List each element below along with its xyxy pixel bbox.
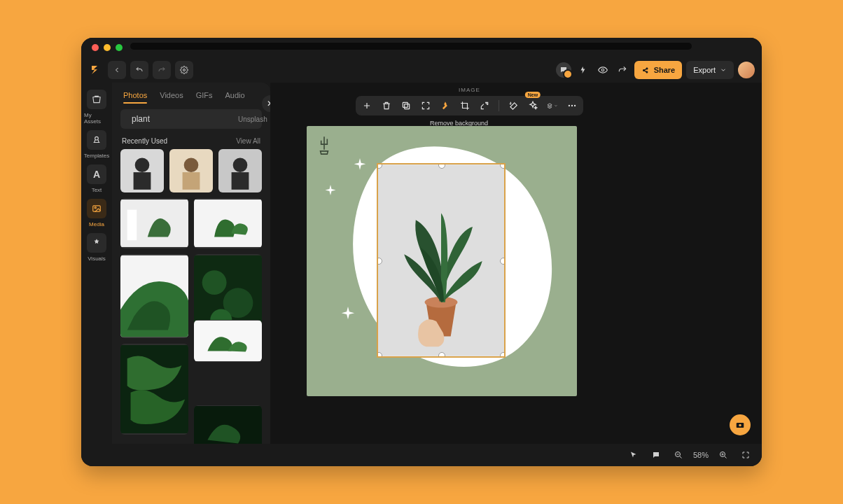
rail-label: Templates — [84, 153, 109, 159]
effects-button[interactable]: New — [527, 100, 538, 111]
search-input[interactable] — [130, 113, 238, 125]
back-button[interactable] — [108, 61, 126, 79]
duplicate-button[interactable] — [400, 100, 412, 111]
media-thumb[interactable] — [120, 344, 188, 435]
view-all-link[interactable]: View All — [236, 137, 260, 145]
top-toolbar: Share Export — [81, 57, 762, 83]
fullscreen-button[interactable] — [738, 447, 753, 463]
canvas[interactable] — [307, 126, 577, 396]
svg-point-14 — [233, 158, 248, 172]
status-bar: 58% — [81, 444, 762, 466]
selected-image[interactable] — [377, 163, 506, 358]
app-logo-icon[interactable] — [88, 64, 101, 76]
resize-handle[interactable] — [500, 258, 506, 265]
resize-handle[interactable] — [500, 352, 506, 358]
maximize-window[interactable] — [116, 44, 123, 51]
tab-audio[interactable]: Audio — [225, 91, 245, 99]
recently-used-label: Recently Used — [122, 137, 167, 145]
svg-point-30 — [571, 105, 573, 106]
media-thumb[interactable] — [120, 254, 188, 338]
tab-photos[interactable]: Photos — [123, 91, 147, 99]
zoom-out-button[interactable] — [671, 447, 686, 463]
preview-button[interactable] — [595, 62, 611, 78]
crop-button[interactable] — [459, 100, 471, 111]
media-thumb[interactable] — [194, 320, 262, 362]
rail-media[interactable]: Media — [84, 199, 109, 227]
export-button[interactable]: Export — [686, 61, 734, 79]
add-button[interactable] — [361, 100, 372, 111]
rail-templates[interactable]: Templates — [84, 130, 109, 159]
svg-rect-9 — [134, 172, 151, 190]
svg-point-21 — [202, 270, 227, 295]
svg-point-2 — [95, 136, 99, 140]
svg-rect-12 — [183, 172, 200, 190]
rail-label: Media — [89, 221, 104, 227]
recent-thumbs — [112, 149, 270, 192]
cursor-icon[interactable] — [626, 447, 641, 463]
media-panel: ✕ Photos Videos GIFs Audio Unsplash ✕ Re… — [112, 83, 270, 456]
delete-button[interactable] — [381, 100, 392, 111]
zoom-level: 58% — [693, 451, 709, 459]
more-button[interactable] — [566, 100, 578, 111]
recent-thumb[interactable] — [218, 149, 262, 192]
magic-button[interactable] — [508, 100, 519, 111]
resize-handle[interactable] — [438, 352, 445, 358]
redo-share-icon[interactable] — [615, 62, 630, 78]
app-window: Share Export My Assets Templates A Text … — [81, 38, 762, 466]
rail-label: Text — [92, 187, 102, 193]
fit-button[interactable] — [420, 100, 431, 111]
svg-point-8 — [135, 158, 150, 172]
remove-bg-button[interactable] — [440, 100, 451, 111]
media-tabs: Photos Videos GIFs Audio — [112, 83, 270, 105]
close-window[interactable] — [92, 44, 99, 51]
resize-handle[interactable] — [377, 352, 382, 358]
new-badge: New — [525, 92, 541, 98]
comment-icon[interactable] — [648, 447, 664, 463]
redo-button[interactable] — [153, 61, 171, 79]
export-label: Export — [693, 66, 716, 74]
svg-rect-27 — [405, 104, 410, 109]
zoom-in-button[interactable] — [716, 447, 731, 463]
media-thumb[interactable] — [120, 198, 188, 248]
context-toolbar: IMAGE New Remove background — [356, 87, 583, 127]
tab-gifs[interactable]: GIFs — [196, 91, 213, 99]
recent-thumb[interactable] — [169, 149, 213, 192]
svg-rect-28 — [403, 102, 407, 107]
svg-point-11 — [184, 158, 199, 172]
svg-rect-17 — [127, 210, 137, 241]
settings-button[interactable] — [175, 61, 193, 79]
bolt-icon[interactable] — [576, 62, 591, 78]
share-button[interactable]: Share — [634, 61, 683, 79]
rail-text[interactable]: A Text — [84, 164, 109, 193]
undo-button[interactable] — [130, 61, 148, 79]
user-avatar[interactable] — [738, 62, 755, 78]
context-label: IMAGE — [459, 87, 480, 93]
search-source: Unsplash — [238, 115, 267, 123]
rail-visuals[interactable]: Visuals — [84, 233, 109, 262]
left-rail: My Assets Templates A Text Media Visuals — [81, 83, 112, 444]
titlebar — [81, 38, 762, 53]
resize-handle[interactable] — [500, 163, 506, 169]
transform-button[interactable] — [479, 100, 490, 111]
media-thumb[interactable] — [194, 198, 262, 248]
svg-point-0 — [183, 69, 186, 71]
minimize-window[interactable] — [104, 44, 111, 51]
recent-thumb[interactable] — [120, 149, 164, 192]
tab-videos[interactable]: Videos — [160, 91, 183, 99]
close-panel-button[interactable]: ✕ — [262, 95, 270, 112]
comments-button[interactable] — [556, 62, 571, 78]
rail-my-assets[interactable]: My Assets — [84, 90, 109, 125]
search-bar[interactable]: Unsplash ✕ — [120, 109, 262, 129]
rail-label: Visuals — [88, 255, 106, 262]
svg-point-4 — [95, 207, 96, 209]
sparkle-icon — [353, 158, 367, 172]
canvas-area[interactable]: IMAGE New Remove background — [270, 83, 762, 444]
url-bar[interactable] — [130, 43, 692, 50]
share-label: Share — [654, 66, 676, 74]
svg-point-29 — [569, 105, 570, 106]
media-grid — [112, 192, 270, 456]
sparkle-icon — [340, 307, 356, 322]
layers-button[interactable] — [547, 100, 558, 111]
rail-label: My Assets — [84, 112, 109, 125]
help-fab[interactable] — [730, 414, 751, 435]
